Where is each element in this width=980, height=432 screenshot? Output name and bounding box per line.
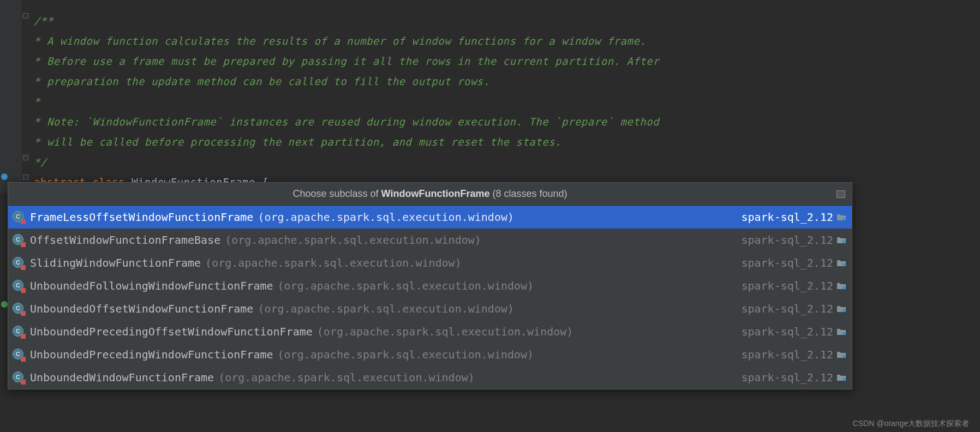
svg-rect-2 xyxy=(842,263,845,266)
module-name: spark-sql_2.12 xyxy=(741,278,833,294)
subclass-chooser-popup: Choose subclass of WindowFunctionFrame (… xyxy=(8,182,852,389)
module-name: spark-sql_2.12 xyxy=(741,369,833,386)
subclass-package: (org.apache.spark.sql.execution.window) xyxy=(218,369,475,386)
module-name: spark-sql_2.12 xyxy=(741,346,833,363)
subclass-item[interactable]: CUnboundedWindowFunctionFrame(org.apache… xyxy=(8,366,852,389)
subclass-item[interactable]: CUnboundedFollowingWindowFunctionFrame(o… xyxy=(8,274,852,297)
library-folder-icon xyxy=(836,305,846,313)
class-icon: C xyxy=(13,326,25,338)
library-folder-icon xyxy=(836,259,846,267)
library-folder-icon xyxy=(836,328,846,335)
fold-close-icon[interactable]: ┘ xyxy=(23,155,28,160)
subclass-package: (org.apache.spark.sql.execution.window) xyxy=(317,323,573,340)
library-folder-icon xyxy=(836,374,846,381)
gutter xyxy=(0,0,22,193)
subclass-name: UnboundedOffsetWindowFunctionFrame xyxy=(30,301,253,317)
subclass-package: (org.apache.spark.sql.execution.window) xyxy=(258,301,514,317)
module-name: spark-sql_2.12 xyxy=(741,209,833,225)
doc-comment-line: * Note: `WindowFunctionFrame` instances … xyxy=(34,112,980,132)
subclass-item[interactable]: CSlidingWindowFunctionFrame(org.apache.s… xyxy=(8,251,852,274)
svg-rect-3 xyxy=(842,286,845,289)
svg-rect-1 xyxy=(842,241,845,243)
doc-comment-line: * preparation the update method can be c… xyxy=(34,71,980,92)
doc-comment-line: * A window function calculates the resul… xyxy=(34,31,980,51)
svg-rect-0 xyxy=(842,218,845,220)
doc-comment-start: /** xyxy=(34,11,980,31)
module-name: spark-sql_2.12 xyxy=(741,323,833,340)
doc-comment-line: * Before use a frame must be prepared by… xyxy=(34,51,980,71)
library-folder-icon xyxy=(836,282,846,290)
subclass-package: (org.apache.spark.sql.execution.window) xyxy=(258,209,514,225)
class-icon: C xyxy=(13,349,25,361)
doc-comment-line: * xyxy=(34,92,980,112)
subclass-package: (org.apache.spark.sql.execution.window) xyxy=(225,232,481,248)
popup-list[interactable]: CFrameLessOffsetWindowFunctionFrame(org.… xyxy=(8,206,852,389)
subclass-name: UnboundedPrecedingOffsetWindowFunctionFr… xyxy=(30,323,313,340)
subclass-item[interactable]: CFrameLessOffsetWindowFunctionFrame(org.… xyxy=(8,206,852,229)
svg-rect-7 xyxy=(842,378,845,381)
class-icon: C xyxy=(13,371,25,383)
module-name: spark-sql_2.12 xyxy=(741,301,833,317)
subclass-name: UnboundedFollowingWindowFunctionFrame xyxy=(30,278,273,294)
subclass-package: (org.apache.spark.sql.execution.window) xyxy=(278,278,534,294)
fold-toggle-icon[interactable]: − xyxy=(23,13,28,19)
subclass-package: (org.apache.spark.sql.execution.window) xyxy=(278,346,534,363)
module-name: spark-sql_2.12 xyxy=(741,255,833,271)
fold-toggle-icon[interactable]: − xyxy=(23,175,28,180)
subclass-name: OffsetWindowFunctionFrameBase xyxy=(30,232,220,248)
class-icon: C xyxy=(13,257,25,269)
library-folder-icon xyxy=(836,213,846,221)
gutter-implements-marker[interactable] xyxy=(1,301,8,308)
popup-header-suffix: (8 classes found) xyxy=(489,188,567,199)
watermark-text: CSDN @orange大数据技术探索者 xyxy=(853,419,969,429)
code-editor[interactable]: − ┘ − /** * A window function calculates… xyxy=(0,0,980,193)
subclass-name: UnboundedWindowFunctionFrame xyxy=(30,369,214,386)
subclass-item[interactable]: CUnboundedOffsetWindowFunctionFrame(org.… xyxy=(8,297,852,320)
class-icon: C xyxy=(13,234,25,246)
doc-comment-end: */ xyxy=(34,152,980,172)
pin-icon[interactable] xyxy=(836,190,845,198)
popup-header: Choose subclass of WindowFunctionFrame (… xyxy=(8,183,852,206)
subclass-item[interactable]: CUnboundedPrecedingOffsetWindowFunctionF… xyxy=(8,320,852,343)
gutter-override-marker[interactable] xyxy=(1,173,8,180)
class-icon: C xyxy=(13,280,25,292)
subclass-item[interactable]: COffsetWindowFunctionFrameBase(org.apach… xyxy=(8,229,852,251)
subclass-name: UnboundedPrecedingWindowFunctionFrame xyxy=(30,346,273,363)
svg-rect-6 xyxy=(842,355,845,358)
class-icon: C xyxy=(13,211,25,223)
popup-header-prefix: Choose subclass of xyxy=(293,188,381,199)
library-folder-icon xyxy=(836,351,846,358)
code-content[interactable]: /** * A window function calculates the r… xyxy=(0,0,980,193)
subclass-package: (org.apache.spark.sql.execution.window) xyxy=(205,255,462,271)
doc-comment-line: * will be called before processing the n… xyxy=(34,132,980,152)
subclass-name: SlidingWindowFunctionFrame xyxy=(30,255,201,271)
module-name: spark-sql_2.12 xyxy=(741,232,833,248)
subclass-name: FrameLessOffsetWindowFunctionFrame xyxy=(30,209,253,225)
svg-rect-4 xyxy=(842,309,845,312)
svg-rect-5 xyxy=(842,332,845,335)
library-folder-icon xyxy=(836,236,846,244)
popup-header-classname: WindowFunctionFrame xyxy=(381,188,490,199)
class-icon: C xyxy=(13,303,25,315)
subclass-item[interactable]: CUnboundedPrecedingWindowFunctionFrame(o… xyxy=(8,343,852,366)
